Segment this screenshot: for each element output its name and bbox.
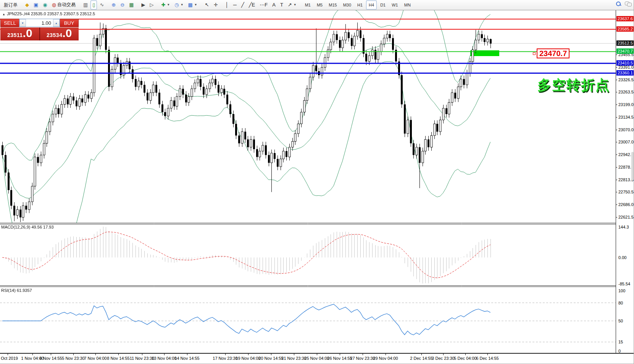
label-button[interactable]: T	[278, 0, 285, 10]
line-chart-icon-button[interactable]: ∿	[98, 0, 106, 10]
time-tick-label: 20 Nov 14:55	[258, 356, 283, 361]
time-tick-mark	[248, 354, 248, 355]
time-tick-mark	[73, 354, 74, 355]
arrows-button[interactable]: ↗▼	[286, 0, 298, 10]
dropdown-caret-icon: ▼	[181, 3, 184, 6]
buy-price[interactable]: 23534.0	[40, 27, 79, 40]
time-tick-label: 2 Dec 14:55	[410, 356, 432, 361]
macd-axis-label: 144.3	[618, 225, 629, 229]
timeframe-d1[interactable]: D1	[377, 0, 388, 10]
time-tick-label: 17 Nov 23:30	[213, 356, 237, 361]
fibo-glyph: ⋯F	[260, 2, 268, 7]
timeframe-mn[interactable]: MN	[402, 0, 413, 10]
vline-glyph: │	[226, 2, 229, 7]
toolbar-items: 新订单◆▣◉◍自动交易▥▯∿⊕⊖▦▶▷✚▼◷▼▩▼↖✛│─╱╱E⋯FAT↗▼M1…	[2, 0, 414, 10]
crosshair-button[interactable]: ✛	[212, 0, 220, 10]
price-tick-mark	[616, 205, 617, 205]
trade-panel-buttons-row: SELL ▼ 1.00 ▲ BUY	[0, 19, 79, 27]
terminal-icon-button[interactable]: ▣	[32, 0, 40, 10]
time-tick-mark	[142, 354, 142, 355]
arrows-glyph: ↗	[288, 2, 292, 7]
collapse-icon[interactable]: ▲	[2, 13, 5, 16]
price-tick-label: 23070.0	[618, 127, 634, 132]
chart-shift-button[interactable]: ▷	[148, 0, 155, 10]
time-tick-label: 29 Nov 04:00	[373, 356, 398, 361]
templates-button[interactable]: ▩▼	[186, 0, 199, 10]
price-tick-label: 22621.5	[618, 215, 634, 219]
candlestick-icon-button[interactable]: ▯	[90, 0, 97, 10]
chat-icon[interactable]	[625, 2, 632, 6]
auto-scroll-button[interactable]: ▶	[139, 0, 147, 10]
price-tick-mark	[616, 67, 617, 68]
timeframe-m30[interactable]: M30	[340, 0, 354, 10]
periods-button[interactable]: ◷▼	[173, 0, 185, 10]
time-tick-mark	[51, 354, 51, 355]
time-tick-label: 5 Dec 04:00	[454, 356, 476, 361]
channel-button[interactable]: ╱E	[247, 0, 257, 10]
new-order-button[interactable]: 新订单	[2, 1, 19, 10]
mt4-terminal-window: { "toolbar": { "items": [ {"type":"butto…	[0, 0, 634, 364]
rsi-axis-label: 15	[618, 340, 623, 344]
search-icon[interactable]	[616, 1, 621, 6]
price-tick-label: 23199.0	[618, 102, 634, 107]
timeframe-h4[interactable]: H4	[366, 0, 377, 10]
time-tick-label: 13 Nov 04:00	[152, 356, 176, 361]
fibo-button[interactable]: ⋯F	[258, 0, 269, 10]
time-tick-label: 7 Nov 04:00	[84, 356, 106, 361]
autotrade-glyph: ◍	[52, 2, 56, 7]
bar-chart-icon-button[interactable]: ▥	[81, 0, 90, 10]
volume-up-button[interactable]: ▲	[53, 19, 60, 27]
volume-input[interactable]: 1.00	[26, 19, 53, 27]
hline-button[interactable]: ─	[231, 0, 239, 10]
timeframe-m1[interactable]: M1	[302, 0, 313, 10]
vline-button[interactable]: │	[224, 0, 231, 10]
time-tick-mark	[340, 354, 340, 355]
sell-price[interactable]: 23511.0	[0, 27, 39, 40]
text-button[interactable]: A	[270, 0, 277, 10]
price-tick-label: 22750.5	[618, 190, 634, 194]
tile-windows-button[interactable]: ▦	[127, 0, 136, 10]
zoom-out-button[interactable]: ⊖	[118, 0, 126, 10]
timeframe-m15[interactable]: M15	[326, 0, 339, 10]
time-tick-mark	[421, 354, 422, 355]
price-tick-label: 23326.5	[618, 77, 634, 82]
timeframe-mn-label: MN	[404, 3, 411, 7]
autotrade-button-label: 自动交易	[57, 2, 76, 8]
buy-price-main: 23534	[47, 32, 62, 38]
signals-icon-button[interactable]: ◉	[41, 0, 49, 10]
time-tick-label: 21 Nov 23:30	[281, 356, 306, 361]
timeframe-d1-label: D1	[380, 3, 386, 7]
price-axis[interactable]: 23455.523391.023326.523263.523199.023134…	[616, 10, 634, 353]
time-tick-mark	[271, 354, 271, 355]
timeframe-w1-label: W1	[392, 3, 398, 7]
cursor-button[interactable]: ↖	[203, 0, 211, 10]
chart-title-text: JPN225-,H4 23535.0 23537.5 23507.5 23512…	[7, 11, 95, 16]
time-tick-mark	[443, 354, 444, 355]
toolbar-right-group	[616, 1, 632, 6]
buy-button[interactable]: BUY	[60, 19, 79, 27]
time-axis[interactable]: 0 Oct 20191 Nov 04:004 Nov 14:555 Nov 23…	[0, 353, 634, 364]
sell-button[interactable]: SELL	[0, 19, 19, 27]
time-tick-mark	[8, 354, 8, 355]
autotrade-button[interactable]: ◍自动交易	[50, 0, 77, 10]
price-axis-badge: 23637.6	[616, 16, 634, 21]
timeframe-h1[interactable]: H1	[355, 0, 365, 10]
volume-down-button[interactable]: ▼	[19, 19, 26, 27]
price-label-annotation[interactable]: 23470.7	[537, 48, 569, 58]
price-tick-mark	[616, 55, 617, 55]
profile-icon-button[interactable]: ◆	[23, 0, 31, 10]
zoom-in-glyph: ⊕	[111, 2, 116, 7]
turning-point-text-annotation[interactable]: 多空转折点	[537, 76, 610, 95]
chart-plot[interactable]	[0, 0, 616, 353]
zoom-in-button[interactable]: ⊕	[110, 0, 118, 10]
price-axis-badge: 23470.7	[616, 48, 634, 54]
price-tick-mark	[616, 192, 617, 192]
time-tick-label: 0 Oct 2019	[0, 356, 18, 361]
dropdown-caret-icon: ▼	[194, 3, 197, 6]
trendline-button[interactable]: ╱	[239, 0, 246, 10]
time-tick-label: 14 Nov 14:55	[174, 356, 199, 361]
timeframe-m5[interactable]: M5	[314, 0, 325, 10]
indicators-button[interactable]: ✚▼	[159, 0, 172, 10]
timeframe-w1[interactable]: W1	[389, 0, 401, 10]
rsi-axis-label: 80	[618, 301, 623, 305]
